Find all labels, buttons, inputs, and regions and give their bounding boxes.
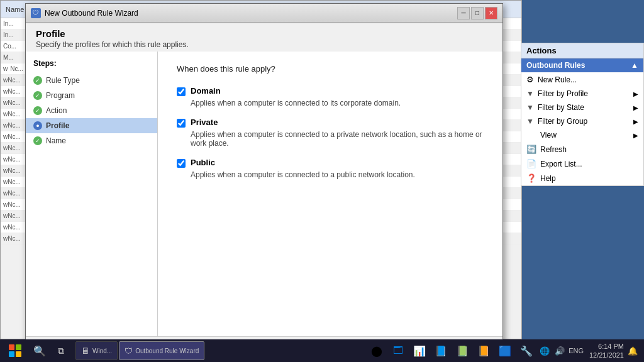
- row-label: w: [3, 201, 8, 208]
- taskbar-app-outbound[interactable]: 🛡 Outbound Rule Wizard: [119, 341, 204, 360]
- profile-header-section: Profile Specify the profiles for which t…: [26, 23, 502, 52]
- row-nc: Nc...: [8, 88, 21, 95]
- domain-checkbox[interactable]: [177, 87, 186, 96]
- app-label-outbound: Outbound Rule Wizard: [135, 348, 199, 354]
- row-nc: Nc...: [8, 145, 21, 151]
- filter-by-state-action[interactable]: ▼ Filter by State ▶: [521, 101, 643, 114]
- row-label: w: [3, 145, 8, 151]
- row-label: w: [3, 111, 8, 118]
- filter-profile-icon: ▼: [526, 89, 534, 98]
- step-label-action: Action: [46, 106, 67, 115]
- profile-subtitle: Specify the profiles for which this rule…: [36, 40, 492, 49]
- row-nc: Nc...: [8, 190, 21, 197]
- taskbar-right: 🌐 🔊 ENG 6:14 PM 12/21/2021 🔔: [538, 342, 641, 360]
- logo-q4: [16, 351, 21, 357]
- profile-title: Profile: [36, 28, 492, 39]
- maximize-button[interactable]: □: [471, 7, 484, 19]
- taskbar-app-icon-4[interactable]: 📘: [431, 341, 450, 360]
- private-checkbox[interactable]: [177, 119, 186, 128]
- step-profile[interactable]: ● Profile: [26, 118, 157, 133]
- filter-by-profile-label: Filter by Profile: [538, 89, 588, 98]
- row-nc: Nc...: [8, 178, 21, 185]
- domain-label: Domain: [191, 86, 221, 96]
- col-name: Name: [6, 6, 24, 13]
- row-label: w: [3, 156, 8, 163]
- new-rule-action[interactable]: ⚙ New Rule...: [521, 72, 643, 87]
- volume-icon[interactable]: 🔊: [553, 346, 566, 356]
- task-view-icon[interactable]: ⧉: [52, 341, 70, 360]
- taskbar-app-icon-2[interactable]: 🗔: [389, 341, 408, 360]
- row-label: w: [3, 88, 8, 95]
- dialog-title: New Outbound Rule Wizard: [45, 9, 138, 18]
- step-label-program: Program: [46, 91, 75, 100]
- step-dot-action: ✓: [33, 106, 42, 115]
- taskbar-app-icon-1[interactable]: ⬤: [367, 341, 386, 360]
- taskbar-app-icon-8[interactable]: 🔧: [517, 341, 536, 360]
- public-label: Public: [191, 158, 215, 167]
- step-rule-type[interactable]: ✓ Rule Type: [26, 73, 157, 88]
- step-label-profile: Profile: [46, 121, 69, 130]
- dialog-content: Steps: ✓ Rule Type ✓ Program ✓ Action ● …: [26, 52, 502, 336]
- filter-by-group-action[interactable]: ▼ Filter by Group ▶: [521, 114, 643, 128]
- private-label: Private: [191, 118, 218, 127]
- view-action[interactable]: View ▶: [521, 128, 643, 142]
- taskbar-apps: 🖥 Wind... 🛡 Outbound Rule Wizard: [75, 341, 362, 360]
- public-row: Public: [177, 158, 484, 168]
- help-action[interactable]: ❓ Help: [521, 171, 643, 185]
- network-icon[interactable]: 🌐: [538, 346, 551, 356]
- minimize-button[interactable]: ─: [457, 7, 470, 19]
- taskbar-app-windows[interactable]: 🖥 Wind...: [75, 341, 118, 360]
- wizard-dialog: 🛡 New Outbound Rule Wizard ─ □ ✕ Profile…: [25, 3, 503, 346]
- row-nc: Nc...: [8, 201, 21, 208]
- row-label: w: [3, 99, 8, 106]
- outbound-rules-label: Outbound Rules: [526, 61, 585, 70]
- step-dot-rule-type: ✓: [33, 76, 42, 85]
- submenu-arrow: ▶: [633, 104, 638, 111]
- step-program[interactable]: ✓ Program: [26, 88, 157, 103]
- export-list-action[interactable]: 📄 Export List...: [521, 156, 643, 171]
- public-checkbox[interactable]: [177, 159, 186, 168]
- row-label: w: [3, 77, 8, 84]
- row-label: w: [3, 178, 8, 185]
- logo-q2: [16, 344, 21, 350]
- windows-logo: [9, 344, 21, 357]
- filter-by-profile-action[interactable]: ▼ Filter by Profile ▶: [521, 87, 643, 101]
- filter-by-group-label: Filter by Group: [538, 117, 587, 126]
- private-row: Private: [177, 118, 484, 128]
- taskbar-app-icon-7[interactable]: 🟦: [496, 341, 514, 360]
- domain-description: Applies when a computer is connected to …: [191, 99, 484, 107]
- step-dot-profile: ●: [33, 121, 42, 130]
- language-indicator[interactable]: ENG: [569, 347, 584, 354]
- app-icon-windows: 🖥: [81, 346, 90, 356]
- clock-time: 6:14 PM: [586, 342, 624, 351]
- logo-q1: [9, 344, 14, 350]
- view-label: View: [540, 131, 557, 140]
- outbound-rules-section[interactable]: Outbound Rules ▲: [521, 58, 643, 72]
- search-taskbar-icon[interactable]: 🔍: [30, 341, 49, 360]
- domain-section: Domain Applies when a computer is connec…: [177, 86, 484, 107]
- taskbar: 🔍 ⧉ 🖥 Wind... 🛡 Outbound Rule Wizard ⬤ 🗔…: [0, 339, 644, 362]
- refresh-action[interactable]: 🔄 Refresh: [521, 142, 643, 156]
- clock-display[interactable]: 6:14 PM 12/21/2021: [586, 342, 624, 360]
- private-description: Applies when a computer is connected to …: [191, 130, 484, 148]
- start-button[interactable]: [3, 341, 28, 360]
- window-controls: ─ □ ✕: [457, 7, 497, 19]
- row-nc: Nc...: [8, 77, 21, 84]
- notification-icon[interactable]: 🔔: [626, 346, 639, 356]
- filter-by-state-label: Filter by State: [538, 103, 584, 112]
- step-name[interactable]: ✓ Name: [26, 133, 157, 148]
- step-action[interactable]: ✓ Action: [26, 103, 157, 118]
- row-nc: Nc...: [8, 111, 21, 118]
- row-label: w: [3, 212, 8, 219]
- close-button[interactable]: ✕: [485, 7, 497, 19]
- row-label: w: [3, 122, 8, 129]
- submenu-arrow: ▶: [633, 90, 638, 97]
- taskbar-app-icon-6[interactable]: 📙: [474, 341, 493, 360]
- refresh-label: Refresh: [540, 145, 567, 154]
- taskbar-app-icon-3[interactable]: 📊: [410, 341, 429, 360]
- actions-header: Actions: [521, 43, 643, 58]
- help-label: Help: [540, 174, 556, 183]
- public-section: Public Applies when a computer is connec…: [177, 158, 484, 179]
- taskbar-app-icon-5[interactable]: 📗: [453, 341, 472, 360]
- actions-panel: Actions Outbound Rules ▲ ⚙ New Rule... ▼…: [521, 43, 644, 186]
